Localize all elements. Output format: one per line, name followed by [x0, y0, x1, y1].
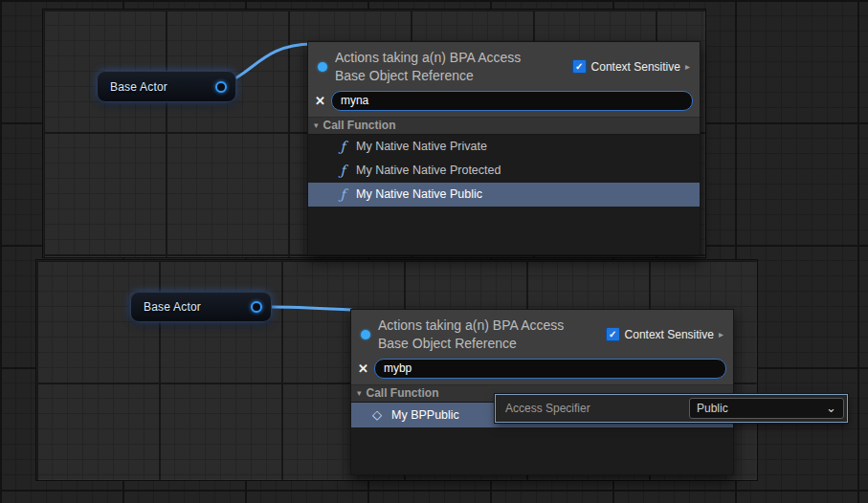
node-label: Base Actor [110, 80, 167, 94]
context-sensitive-checkbox[interactable]: ✓ [606, 327, 620, 341]
item-label: My Native Native Protected [356, 164, 501, 177]
expander-right-icon[interactable]: ▸ [685, 61, 692, 72]
category-label: Call Function [367, 386, 439, 400]
check-icon: ✓ [575, 62, 583, 72]
object-output-pin-icon[interactable] [215, 81, 227, 93]
actions-title: Actions taking a(n) BPA Access Base Obje… [335, 49, 544, 85]
base-actor-node-top[interactable]: Base Actor [97, 71, 236, 102]
object-output-pin-icon[interactable] [251, 301, 262, 313]
function-icon: ƒ [338, 187, 347, 201]
list-item[interactable]: ƒ My Native Native Protected [308, 159, 700, 183]
context-sensitive-label: Context Sensitive [591, 60, 680, 74]
category-header-call-function[interactable]: ▾ Call Function [308, 117, 700, 135]
context-sensitive-group: ✓ Context Sensitive ▸ [572, 59, 692, 74]
item-label: My Native Native Public [356, 187, 482, 201]
item-label: My BPPublic [391, 408, 459, 422]
item-label: My Native Native Private [356, 140, 487, 153]
base-actor-node-bottom[interactable]: Base Actor [130, 292, 272, 322]
category-label: Call Function [323, 119, 396, 132]
menu-header: Actions taking a(n) BPA Access Base Obje… [308, 42, 700, 89]
function-icon: ƒ [338, 140, 347, 153]
results-list: ƒ My Native Native Private ƒ My Native N… [308, 135, 700, 254]
context-sensitive-label: Context Sensitive [625, 328, 714, 341]
search-input[interactable] [374, 359, 726, 379]
collapse-triangle-icon[interactable]: ▾ [314, 121, 319, 130]
list-item[interactable]: ƒ My Native Native Private [308, 135, 700, 159]
actions-title: Actions taking a(n) BPA Access Base Obje… [378, 317, 587, 353]
object-reference-pin-icon [361, 330, 370, 339]
function-icon: ƒ [338, 164, 347, 177]
context-menu-bottom: Actions taking a(n) BPA Access Base Obje… [350, 309, 734, 475]
access-specifier-label: Access Specifier [496, 402, 590, 415]
expander-right-icon[interactable]: ▸ [719, 329, 725, 339]
node-label: Base Actor [144, 300, 201, 314]
chevron-down-icon: ⌄ [826, 405, 836, 412]
context-menu-top: Actions taking a(n) BPA Access Base Obje… [307, 41, 701, 255]
list-item-selected[interactable]: ƒ My Native Native Public [308, 183, 700, 207]
search-row: ✕ [351, 357, 733, 384]
search-row: ✕ [308, 89, 700, 117]
menu-header: Actions taking a(n) BPA Access Base Obje… [351, 310, 733, 357]
blueprint-editor: Base Actor Base Actor Actions taking a(n… [0, 0, 868, 503]
access-specifier-popup: Access Specifier Public ⌄ [495, 394, 848, 423]
context-sensitive-checkbox[interactable]: ✓ [572, 59, 587, 74]
check-icon: ✓ [609, 330, 616, 339]
search-input[interactable] [331, 91, 693, 111]
object-reference-pin-icon [318, 62, 327, 72]
clear-search-icon[interactable]: ✕ [315, 95, 325, 107]
access-specifier-dropdown[interactable]: Public ⌄ [689, 398, 844, 419]
collapse-triangle-icon[interactable]: ▾ [357, 389, 362, 398]
dropdown-value: Public [697, 402, 728, 415]
context-sensitive-group: ✓ Context Sensitive ▸ [606, 327, 725, 341]
blueprint-function-icon: ◇ [371, 408, 383, 421]
clear-search-icon[interactable]: ✕ [358, 362, 368, 375]
